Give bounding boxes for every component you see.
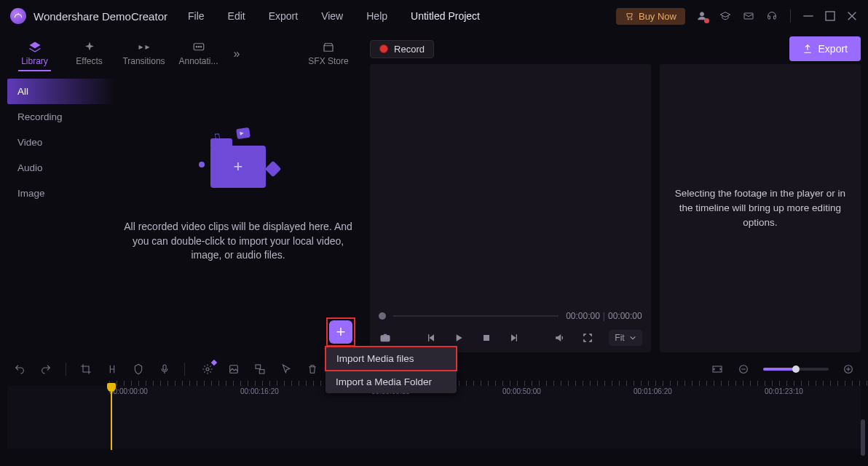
snapshot-icon[interactable] — [379, 331, 392, 344]
tab-library[interactable]: Library — [7, 36, 62, 71]
add-media-button[interactable]: + — [329, 320, 352, 344]
fullscreen-icon[interactable] — [581, 331, 594, 344]
voiceover-button[interactable] — [158, 363, 171, 376]
tab-annotations[interactable]: Annotati... — [171, 36, 226, 71]
divider — [790, 9, 791, 23]
sidebar-audio[interactable]: Audio — [7, 155, 115, 181]
undo-button[interactable] — [13, 363, 26, 376]
library-icon — [28, 42, 42, 53]
time-total: 00:00:00 — [608, 311, 642, 321]
app-logo-wrap: Wondershare DemoCreator — [10, 8, 167, 24]
menu-edit[interactable]: Edit — [228, 10, 245, 22]
zoom-thumb[interactable] — [792, 366, 800, 373]
svg-point-3 — [700, 12, 703, 16]
preview-viewer[interactable] — [370, 64, 651, 309]
next-frame-button[interactable] — [508, 331, 521, 344]
svg-point-14 — [384, 337, 387, 340]
fit-select[interactable]: Fit — [609, 330, 642, 346]
app-name: Wondershare DemoCreator — [33, 10, 167, 23]
project-name[interactable]: Untitled Project — [411, 10, 480, 22]
menu-view[interactable]: View — [321, 10, 343, 22]
zoom-in-button[interactable] — [842, 363, 855, 376]
marker-button[interactable] — [132, 363, 145, 376]
pan-zoom-button[interactable] — [253, 363, 267, 376]
stop-button[interactable] — [480, 331, 493, 344]
tab-sfx-store[interactable]: SFX Store — [296, 36, 361, 71]
svg-rect-16 — [163, 365, 166, 370]
sidebar-recording[interactable]: Recording — [7, 104, 115, 130]
tab-effects[interactable]: Effects — [62, 36, 117, 71]
minimize-button[interactable] — [802, 10, 814, 22]
export-label: Export — [818, 43, 848, 55]
split-button[interactable] — [106, 363, 119, 376]
video-clip-icon — [236, 127, 250, 139]
svg-point-1 — [628, 18, 629, 20]
svg-point-17 — [206, 368, 209, 371]
app-logo-icon — [10, 8, 26, 24]
sidebar-image[interactable]: Image — [7, 181, 115, 206]
annotations-icon — [192, 42, 205, 53]
export-bar: Export — [660, 36, 861, 61]
record-dot-icon — [379, 44, 388, 53]
inspector-box: Selecting the footage in the player or i… — [660, 64, 861, 352]
speed-button[interactable] — [201, 363, 214, 376]
support-icon[interactable] — [765, 9, 778, 23]
sfx-store-icon — [322, 42, 335, 53]
academy-icon[interactable] — [719, 9, 732, 23]
fit-timwhat-button[interactable] — [711, 363, 724, 376]
zoom-slider[interactable] — [763, 368, 829, 371]
timeline-scrollbar[interactable] — [861, 419, 865, 456]
time-current: 00:00:00 — [566, 311, 600, 321]
ctx-import-folder[interactable]: Import a Media Folder — [326, 371, 457, 393]
main-menu: File Edit Export View Help Untitled Proj… — [188, 10, 480, 22]
scrub-handle[interactable] — [379, 312, 386, 320]
crop-button[interactable] — [79, 363, 92, 376]
buy-now-button[interactable]: Buy Now — [616, 8, 685, 25]
timecode: 00:00:00 | 00:00:00 — [566, 311, 642, 321]
tab-transitions-label: Transitions — [122, 56, 165, 66]
media-pane[interactable]: ♫ + All recorded video clips will be dis… — [115, 71, 361, 352]
playhead[interactable] — [111, 384, 112, 450]
zoom-out-button[interactable] — [737, 363, 750, 376]
time-separator: | — [603, 311, 605, 321]
timeline-tracks[interactable] — [7, 403, 861, 449]
green-screen-button[interactable] — [227, 363, 240, 376]
empty-state-text: All recorded video clips will be display… — [115, 220, 361, 263]
svg-rect-20 — [259, 370, 264, 374]
inspector-text: Selecting the footage in the player or i… — [673, 186, 848, 231]
tab-sfx-label: SFX Store — [308, 56, 348, 66]
tab-effects-label: Effects — [76, 56, 102, 66]
export-button[interactable]: Export — [789, 36, 861, 61]
menu-help[interactable]: Help — [366, 10, 387, 22]
user-icon[interactable] — [695, 9, 709, 23]
svg-point-10 — [196, 47, 197, 48]
delete-button[interactable] — [306, 363, 319, 376]
close-button[interactable] — [846, 10, 858, 22]
maximize-button[interactable] — [824, 10, 836, 22]
ctx-import-files[interactable]: Import Media files — [325, 346, 457, 371]
main-area: Library Effects Transitions Annotati... … — [0, 32, 868, 352]
preview-panel: Record 00:00:00 | 00:00:00 — [370, 36, 651, 352]
sidebar-video[interactable]: Video — [7, 130, 115, 155]
panel-tabs: Library Effects Transitions Annotati... … — [7, 36, 361, 71]
sparkle-icon — [199, 162, 205, 167]
svg-rect-21 — [713, 366, 722, 372]
mail-icon[interactable] — [742, 9, 755, 23]
play-button[interactable] — [452, 331, 465, 344]
menu-export[interactable]: Export — [269, 10, 298, 22]
record-button[interactable]: Record — [370, 40, 434, 58]
scrub-track[interactable] — [393, 315, 559, 317]
tab-transitions[interactable]: Transitions — [117, 36, 171, 71]
tabs-more-icon[interactable]: » — [226, 47, 248, 60]
library-body: All Recording Video Audio Image ♫ + All … — [7, 71, 361, 352]
volume-icon[interactable] — [553, 331, 567, 344]
svg-rect-6 — [826, 12, 835, 20]
tab-annotations-label: Annotati... — [178, 56, 218, 66]
prev-frame-button[interactable] — [425, 331, 438, 344]
buy-now-label: Buy Now — [639, 11, 676, 22]
sidebar-all[interactable]: All — [7, 79, 115, 104]
redo-button[interactable] — [39, 363, 52, 376]
import-context-menu: Import Media files Import a Media Folder — [326, 347, 457, 393]
menu-file[interactable]: File — [188, 10, 205, 22]
cursor-button[interactable] — [280, 363, 293, 376]
